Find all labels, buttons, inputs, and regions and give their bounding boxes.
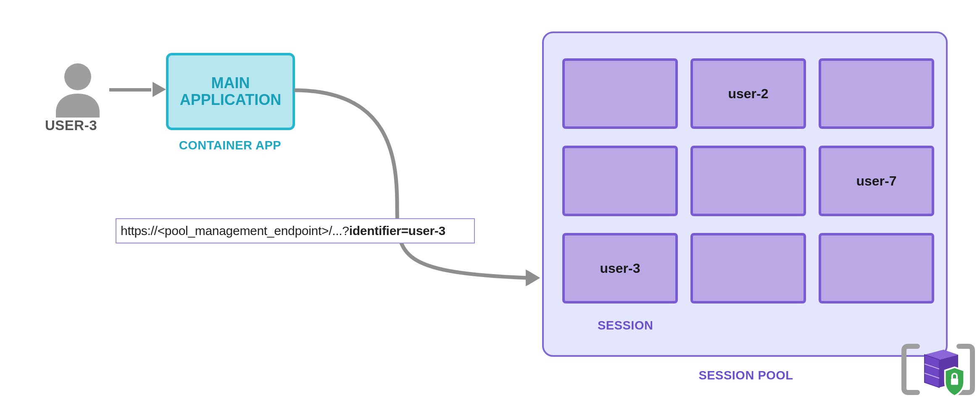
session-cell [819, 58, 934, 129]
session-cell: user-7 [819, 146, 934, 216]
svg-point-0 [64, 63, 91, 90]
session-grid: user-2 user-7 user-3 [562, 58, 934, 303]
diagram-canvas: USER-3 MAIN APPLICATION CONTAINER APP ht… [0, 0, 980, 408]
arrow-app-to-session [292, 88, 555, 290]
session-cell [690, 146, 806, 216]
session-cell-label: user-3 [600, 261, 640, 276]
arrow-user-to-app [109, 86, 166, 93]
user-label: USER-3 [45, 118, 97, 133]
session-tag: SESSION [598, 319, 653, 332]
session-pool-label: SESSION POOL [679, 369, 813, 382]
app-title-line2: APPLICATION [180, 92, 281, 108]
api-url-prefix: https://<pool_management_endpoint>/...? [121, 224, 349, 238]
api-url-query: identifier=user-3 [349, 224, 445, 238]
container-app-box: MAIN APPLICATION [166, 53, 295, 130]
session-cell [562, 146, 678, 216]
svg-marker-3 [925, 355, 939, 387]
container-service-icon [901, 338, 975, 403]
container-app-caption: CONTAINER APP [177, 139, 284, 152]
session-pool-box: user-2 user-7 user-3 SESSION [542, 31, 948, 357]
svg-rect-7 [951, 379, 958, 385]
session-cell-label: user-7 [856, 173, 896, 189]
svg-marker-1 [526, 269, 540, 286]
session-cell [819, 233, 934, 303]
session-cell: user-2 [690, 58, 806, 129]
session-cell-label: user-2 [728, 86, 768, 102]
session-cell [562, 58, 678, 129]
session-cell [690, 233, 806, 303]
app-title-line1: MAIN [180, 75, 281, 92]
user-icon [53, 61, 103, 118]
api-url-box: https://<pool_management_endpoint>/...? … [116, 218, 475, 243]
session-cell: user-3 [562, 233, 678, 303]
